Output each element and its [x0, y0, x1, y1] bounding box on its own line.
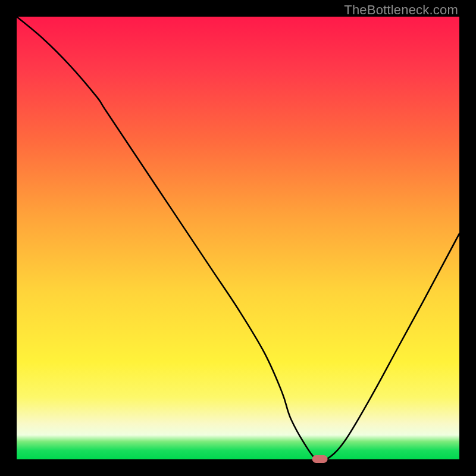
plot-area — [17, 17, 459, 459]
optimal-point-marker — [312, 455, 328, 463]
bottleneck-curve-svg — [17, 17, 459, 459]
watermark-text: TheBottleneck.com — [344, 2, 458, 18]
bottleneck-curve — [17, 17, 459, 461]
chart-frame: TheBottleneck.com — [0, 0, 476, 476]
